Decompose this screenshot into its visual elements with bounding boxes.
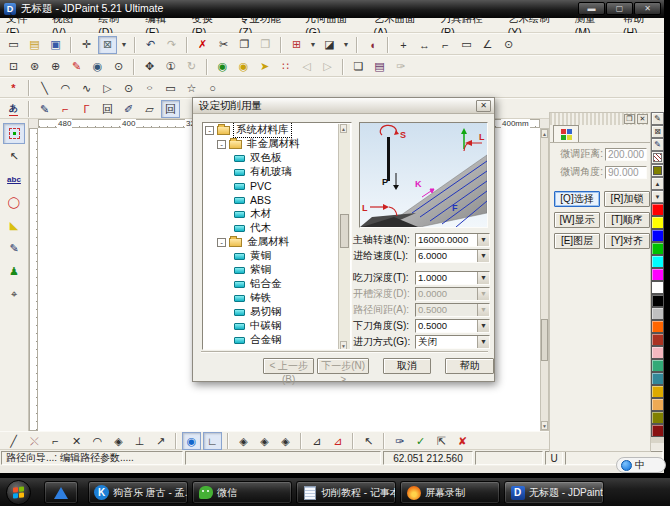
snap-perp-icon[interactable]: ⊥ xyxy=(130,432,149,450)
color-swatch[interactable] xyxy=(651,216,664,229)
drop-icon[interactable]: ▼ xyxy=(341,36,351,54)
color-swatch[interactable] xyxy=(651,294,664,307)
tree-item[interactable]: 合金钢 xyxy=(203,333,351,347)
fillet-b-icon[interactable]: Γ xyxy=(77,100,96,118)
field-combobox[interactable]: 6.0000▼ xyxy=(415,249,490,263)
offset-box-icon[interactable]: 回 xyxy=(98,100,117,118)
new-icon[interactable]: ▭ xyxy=(4,36,23,54)
cancel-button[interactable]: 取消 xyxy=(383,358,432,374)
slot-icon[interactable]: ▱ xyxy=(140,100,159,118)
tree-item[interactable]: 木材 xyxy=(203,207,351,221)
iso-c-icon[interactable]: ◈ xyxy=(276,432,295,450)
bulb-green-icon[interactable]: ◉ xyxy=(213,58,232,76)
panel-button[interactable]: [Y]对齐 xyxy=(604,233,650,249)
tree-item[interactable]: 黄铜 xyxy=(203,249,351,263)
color-swatch[interactable] xyxy=(651,411,664,424)
text-vert-icon[interactable]: あ xyxy=(4,100,23,118)
circle-icon[interactable]: ○ xyxy=(203,79,222,97)
tree-item[interactable]: 有机玻璃 xyxy=(203,165,351,179)
fillet-a-icon[interactable]: ⌐ xyxy=(56,100,75,118)
zoom-in-icon[interactable]: ⊕ xyxy=(46,58,65,76)
tree-expander-icon[interactable]: - xyxy=(217,140,226,149)
ellipse-icon[interactable]: ○ xyxy=(140,79,159,97)
canvas-vscrollbar[interactable]: ▲ ▼ xyxy=(540,128,549,431)
array-icon[interactable]: ⊞ xyxy=(287,36,306,54)
panel-button[interactable]: [R]加锁 xyxy=(604,191,650,207)
measure-circle-icon[interactable]: ⊙ xyxy=(499,36,518,54)
color-swatch[interactable] xyxy=(651,320,664,333)
field-combobox[interactable]: 16000.0000▼ xyxy=(415,233,490,247)
scrollbar-thumb[interactable] xyxy=(541,319,548,361)
color-swatch[interactable] xyxy=(651,255,664,268)
zoom-region-icon[interactable]: ✎ xyxy=(67,58,86,76)
snap-tangent-icon[interactable]: ↗ xyxy=(151,432,170,450)
node-pen-icon[interactable]: ✎ xyxy=(35,100,54,118)
iso-b-icon[interactable]: ◈ xyxy=(255,432,274,450)
frame-icon[interactable]: 回 xyxy=(161,100,180,118)
taskbar-item-jdpaint[interactable]: D无标题 - JDPaint ... xyxy=(504,481,604,504)
nc-tool-icon[interactable]: ⌖ xyxy=(3,284,25,305)
panel-tab[interactable] xyxy=(553,125,579,142)
copy-icon[interactable]: ❐ xyxy=(235,36,254,54)
scroll-up-icon[interactable]: ▲ xyxy=(541,129,548,138)
color-swatch[interactable] xyxy=(651,372,664,385)
panel-close-icon[interactable]: ✕ xyxy=(637,114,648,124)
cursor-pick-icon[interactable]: ↖ xyxy=(359,432,378,450)
next-button[interactable]: 下一步(N) > xyxy=(317,358,368,374)
color-swatch[interactable] xyxy=(651,203,664,216)
eye-icon[interactable]: ◉ xyxy=(88,58,107,76)
color-swatch[interactable] xyxy=(651,424,664,437)
no-fill-icon[interactable]: ⊠ xyxy=(651,125,664,138)
color-swatch[interactable] xyxy=(651,398,664,411)
tree-scrollbar[interactable]: ▲ ▼ xyxy=(338,124,350,350)
segment-icon[interactable]: ╱ xyxy=(4,432,23,450)
tree-item[interactable]: 代木 xyxy=(203,221,351,235)
taskbar-pinned-app[interactable] xyxy=(44,481,78,504)
color-swatch[interactable] xyxy=(651,346,664,359)
combobox-arrow-icon[interactable]: ▼ xyxy=(477,250,489,262)
tree-item[interactable]: 中碳钢 xyxy=(203,319,351,333)
combobox-arrow-icon[interactable]: ▼ xyxy=(477,272,489,284)
delete-red-icon[interactable]: ✘ xyxy=(453,432,472,450)
line-icon[interactable]: ╲ xyxy=(35,79,54,97)
color-dots-icon[interactable]: ∷ xyxy=(276,58,295,76)
scroll-down-icon[interactable]: ▼ xyxy=(541,421,548,430)
crosshair-icon[interactable]: ✛ xyxy=(77,36,96,54)
drop-icon[interactable]: ▼ xyxy=(308,36,318,54)
combobox-arrow-icon[interactable]: ▼ xyxy=(477,336,489,348)
spline-icon[interactable]: ∿ xyxy=(77,79,96,97)
snap-cross-icon[interactable]: ✕ xyxy=(67,432,86,450)
panel-restore-icon[interactable]: ❐ xyxy=(624,114,635,124)
combobox-arrow-icon[interactable]: ▼ xyxy=(477,234,489,246)
pick-box-icon[interactable] xyxy=(3,123,25,144)
tree-item[interactable]: 铝合金 xyxy=(203,277,351,291)
material-tree[interactable]: -系统材料库-非金属材料双色板有机玻璃PVCABS木材代木-金属材料黄铜紫铜铝合… xyxy=(202,122,352,350)
save-icon[interactable]: ▣ xyxy=(46,36,65,54)
combobox-arrow-icon[interactable]: ▼ xyxy=(477,320,489,332)
tree-item[interactable]: 易切钢 xyxy=(203,305,351,319)
tree-item[interactable]: -非金属材料 xyxy=(203,137,351,151)
color-swatch[interactable] xyxy=(651,281,664,294)
brush-icon[interactable]: ✎ xyxy=(651,138,664,151)
taskbar-item-notepad[interactable]: 切削教程 - 记事本 xyxy=(296,481,396,504)
brush-icon[interactable]: ✎ xyxy=(3,238,25,259)
panel-button[interactable]: [Q]选择 xyxy=(554,191,600,207)
measure-dist-icon[interactable]: ↔ xyxy=(415,36,434,54)
lamp-icon[interactable]: ◖ xyxy=(363,36,382,54)
tree-scroll-thumb[interactable] xyxy=(340,214,349,248)
rect-icon[interactable]: ▭ xyxy=(161,79,180,97)
tree-scroll-up-icon[interactable]: ▲ xyxy=(340,124,347,133)
ref-dot-icon[interactable]: ◉ xyxy=(182,432,201,450)
panel-button[interactable]: [W]显示 xyxy=(554,212,600,228)
tree-scroll-down-icon[interactable]: ▼ xyxy=(340,341,347,350)
arc-icon[interactable]: ◠ xyxy=(56,79,75,97)
taskbar-item-wechat[interactable]: 微信 xyxy=(192,481,292,504)
zoom-window-icon[interactable]: ⊡ xyxy=(4,58,23,76)
node-arrow-icon[interactable]: ↖ xyxy=(3,146,25,167)
tree-item[interactable]: 双色板 xyxy=(203,151,351,165)
ime-indicator[interactable]: 中 xyxy=(616,457,666,473)
panel-button[interactable]: [T]顺序 xyxy=(604,212,650,228)
tree-item[interactable]: 铸铁 xyxy=(203,291,351,305)
tree-item[interactable]: -系统材料库 xyxy=(203,123,351,137)
pencil-icon[interactable]: ✎ xyxy=(651,112,664,125)
